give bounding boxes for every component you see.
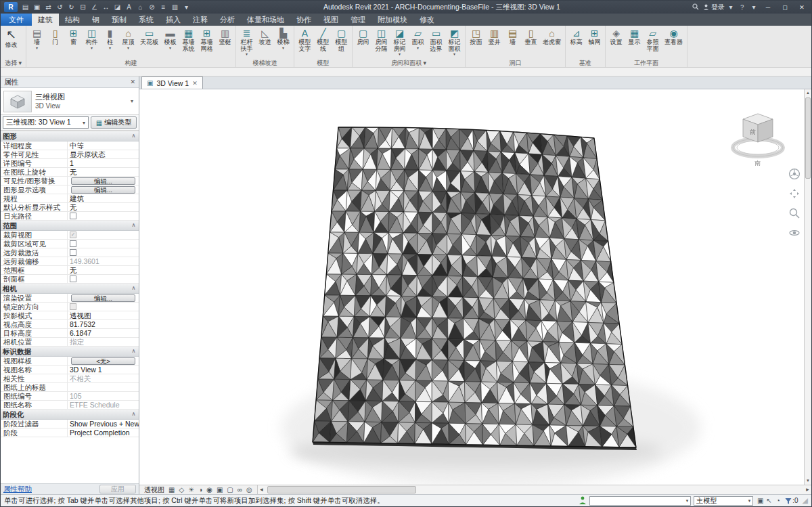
measure-icon[interactable]: ∠ <box>89 3 100 11</box>
qat-customize-icon[interactable]: ▾ <box>181 3 192 11</box>
background-processes-icon[interactable]: ◔ <box>773 497 782 504</box>
sync-icon[interactable]: ⇄ <box>43 3 54 11</box>
editable-only-icon[interactable]: ▣ <box>756 497 765 504</box>
shadows-icon[interactable]: ◑ <box>198 485 202 494</box>
view-scale-button[interactable]: 透视图 <box>144 485 164 495</box>
crop-view-icon[interactable]: ▣ <box>217 485 223 494</box>
viewcube-front-label[interactable]: 前 <box>750 129 756 135</box>
ribbon-tab-分析[interactable]: 分析 <box>214 14 241 26</box>
property-value[interactable]: 透视图 <box>68 311 139 319</box>
type-selector-dropdown-icon[interactable]: ▾ <box>128 98 136 104</box>
ribbon-button-model-line[interactable]: ╱模型 线 <box>314 26 332 59</box>
property-value[interactable]: <无> <box>68 357 139 365</box>
ribbon-button-window[interactable]: ⊞窗 <box>64 26 83 59</box>
sign-in-button[interactable]: 登录 ▾ <box>703 3 735 12</box>
detail-level-icon[interactable]: ▦ <box>168 485 175 494</box>
property-group-identity-data[interactable]: 标识数据∧ <box>1 347 139 357</box>
ribbon-button-wall[interactable]: ▤墙▾ <box>28 26 46 59</box>
viewcube-south-label[interactable]: 南 <box>754 160 761 167</box>
property-value[interactable]: 无 <box>68 266 139 274</box>
view-tab-3d-view-1[interactable]: ▣ 3D View 1 ✕ <box>141 76 203 89</box>
ribbon-tab-插入[interactable]: 插入 <box>160 14 187 26</box>
ribbon-button-component[interactable]: ◫构件▾ <box>83 26 101 59</box>
3d-view-icon[interactable]: ⌂ <box>135 3 146 11</box>
help-button[interactable]: ？ <box>738 3 746 12</box>
view-cube[interactable]: 前 南 <box>729 106 786 171</box>
property-value[interactable]: 149.3601 <box>68 257 139 265</box>
reveal-hidden-icon[interactable]: ◎ <box>246 485 252 494</box>
ribbon-panel-label-select[interactable]: 选择 ▾ <box>2 59 24 67</box>
ribbon-tab-系统[interactable]: 系统 <box>133 14 160 26</box>
ribbon-button-dormer[interactable]: ⌂老虎窗 <box>540 26 564 59</box>
undo-icon[interactable]: ↺ <box>54 3 66 11</box>
minimize-button[interactable]: ─ <box>761 4 775 11</box>
resize-grip[interactable]: ◢ <box>801 496 808 505</box>
ribbon-button-viewer[interactable]: ◉查看器 <box>662 26 685 59</box>
property-value[interactable] <box>68 240 139 248</box>
property-value[interactable]: 不相关 <box>68 374 139 382</box>
scroll-left-icon[interactable]: ◀ <box>258 485 265 494</box>
edit-button[interactable]: 编辑... <box>71 177 135 185</box>
selection-filter[interactable]: :0 <box>785 497 798 504</box>
switch-windows-icon[interactable]: ▥ <box>169 3 181 11</box>
property-value[interactable]: 6.1847 <box>68 329 139 337</box>
3d-model-canvas[interactable] <box>139 89 804 485</box>
property-value[interactable]: Project Completion <box>68 428 139 437</box>
edit-type-button[interactable]: ▦ 编辑类型 <box>91 116 137 129</box>
dimension-icon[interactable]: ↔ <box>100 3 112 11</box>
property-value[interactable] <box>68 275 139 283</box>
checkbox[interactable] <box>70 275 76 282</box>
search-icon[interactable] <box>692 3 700 12</box>
vertical-scrollbar[interactable]: ▲ ▼ <box>804 89 811 485</box>
property-value[interactable]: ✓ <box>68 231 139 239</box>
close-button[interactable]: ✕ <box>795 4 809 11</box>
edit-button[interactable]: 编辑... <box>71 186 135 194</box>
section-icon[interactable]: ⊘ <box>146 3 158 11</box>
ribbon-button-railing[interactable]: ≣栏杆 扶手▾ <box>238 26 256 59</box>
properties-header[interactable]: 属性 ✕ <box>1 76 139 88</box>
design-options-combo[interactable]: 主模型 ▾ <box>694 496 753 506</box>
property-group-graphics[interactable]: 图形∧ <box>1 131 139 141</box>
ribbon-panel-label-build[interactable]: 构建 <box>28 59 234 67</box>
text-icon[interactable]: A <box>123 3 135 11</box>
horizontal-scroll-thumb[interactable] <box>267 486 416 493</box>
property-value[interactable]: 81.7532 <box>68 320 139 328</box>
ribbon-button-model-text[interactable]: A模型 文字 <box>296 26 314 59</box>
property-value[interactable]: 中等 <box>68 141 139 150</box>
ribbon-button-tag-area[interactable]: ◩标记 面积▾ <box>445 26 464 59</box>
revit-logo[interactable]: R <box>4 2 18 12</box>
scroll-up-icon[interactable]: ▲ <box>805 89 811 97</box>
property-value[interactable]: 指定 <box>68 338 139 346</box>
ribbon-tab-预制[interactable]: 预制 <box>106 14 133 26</box>
orbit-icon[interactable] <box>788 227 800 239</box>
ribbon-tab-协作[interactable]: 协作 <box>290 14 317 26</box>
open-icon[interactable]: ▤ <box>20 3 31 11</box>
property-value[interactable]: 3D View 1 <box>68 366 139 374</box>
properties-help-link[interactable]: 属性帮助 <box>3 485 32 494</box>
press-drag-icon[interactable]: ↖ <box>765 497 773 504</box>
redo-icon[interactable]: ↻ <box>66 3 77 11</box>
save-icon[interactable]: ▣ <box>31 3 43 11</box>
scroll-right-icon[interactable]: ▶ <box>804 485 811 494</box>
apply-button[interactable]: 应用 <box>99 485 136 493</box>
ribbon-tab-结构[interactable]: 结构 <box>59 14 86 26</box>
ribbon-tab-文件[interactable]: 文件 <box>1 14 32 26</box>
print-icon[interactable]: ⊟ <box>77 3 89 11</box>
ribbon-button-grid[interactable]: ⊞轴网 <box>585 26 604 59</box>
view-selector-combo[interactable]: 三维视图: 3D View 1 ▾ <box>3 116 89 129</box>
ribbon-button-room-separator[interactable]: ◫房间 分隔 <box>372 26 390 59</box>
property-value[interactable]: 1 <box>68 159 139 167</box>
tag-icon[interactable]: ◪ <box>112 3 123 11</box>
edit-button[interactable]: 编辑... <box>71 294 135 302</box>
ribbon-button-wall-opening[interactable]: ▤墙 <box>503 26 522 59</box>
worksets-combo[interactable]: ▾ <box>589 496 691 506</box>
show-crop-icon[interactable]: ▢ <box>227 485 233 494</box>
ribbon-button-area-boundary[interactable]: ▭面积 边界 <box>427 26 445 59</box>
property-value[interactable]: 编辑... <box>68 294 139 302</box>
ribbon-tab-视图[interactable]: 视图 <box>317 14 344 26</box>
ribbon-button-modify[interactable]: ↖修改 <box>2 26 20 59</box>
edit-button[interactable]: <无> <box>71 357 135 365</box>
pan-icon[interactable] <box>788 188 800 200</box>
property-value[interactable]: 建筑 <box>68 194 139 202</box>
ribbon-panel-label-room-area[interactable]: 房间和面积 ▾ <box>354 59 464 67</box>
